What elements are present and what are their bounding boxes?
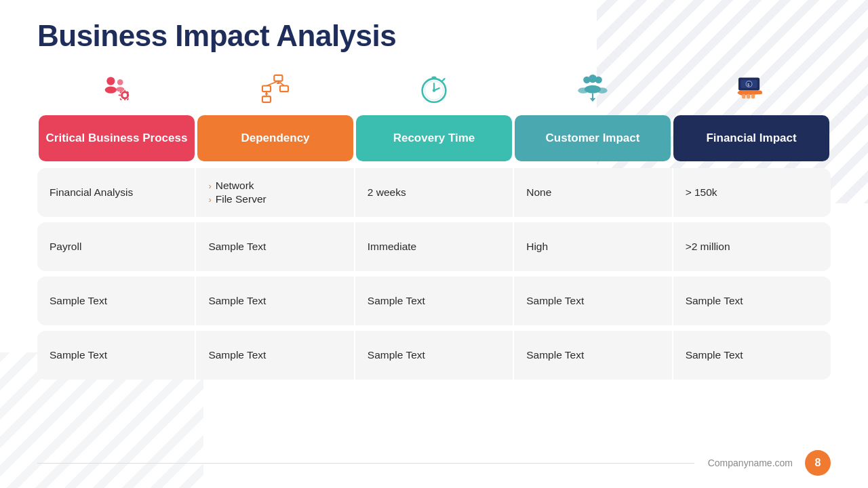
financial-icon: $ — [734, 70, 769, 106]
svg-line-18 — [267, 81, 278, 86]
svg-rect-9 — [127, 95, 129, 96]
page-number: 8 — [805, 450, 831, 476]
process-icon — [99, 70, 134, 106]
table-row: Payroll Sample Text Immediate High >2 mi… — [37, 222, 831, 271]
row3-customer: Sample Text — [514, 277, 673, 325]
row1-process: Financial Analysis — [37, 168, 196, 217]
row4-customer: Sample Text — [514, 331, 673, 380]
financial-icon-cell: $ — [672, 68, 831, 108]
row2-dependency: Sample Text — [196, 222, 355, 271]
svg-point-33 — [589, 75, 597, 83]
table-row: Sample Text Sample Text Sample Text Samp… — [37, 277, 831, 325]
process-icon-cell — [37, 68, 196, 108]
customer-icon — [575, 70, 610, 106]
svg-rect-7 — [124, 98, 125, 100]
bia-table: Critical Business Process Dependency Rec… — [37, 115, 831, 380]
svg-rect-8 — [119, 95, 121, 96]
row1-financial: > 150k — [673, 168, 831, 217]
row2-process: Payroll — [37, 222, 196, 271]
svg-point-27 — [433, 89, 435, 92]
footer-divider — [37, 463, 694, 464]
arrow-icon: › — [208, 181, 211, 191]
header-financial: Financial Impact — [673, 115, 829, 161]
svg-point-0 — [106, 77, 115, 85]
svg-rect-17 — [262, 96, 271, 102]
arrow-icon: › — [208, 195, 211, 205]
row2-customer: High — [514, 222, 673, 271]
row1-dependency: › Network › File Server — [196, 168, 355, 217]
dependency-icon — [258, 70, 293, 106]
table-row: Financial Analysis › Network › File Serv… — [37, 168, 831, 217]
row1-recovery: 2 weeks — [355, 168, 514, 217]
row2-financial: >2 million — [673, 222, 831, 271]
page-title: Business Impact Analysis — [37, 19, 831, 53]
svg-rect-6 — [124, 90, 125, 92]
row2-recovery: Immediate — [355, 222, 514, 271]
svg-point-3 — [116, 87, 124, 92]
svg-rect-16 — [280, 86, 288, 92]
svg-rect-15 — [262, 86, 271, 92]
table-row: Sample Text Sample Text Sample Text Samp… — [37, 331, 831, 380]
company-name: Companyname.com — [708, 458, 793, 468]
header-recovery: Recovery Time — [356, 115, 512, 161]
svg-rect-43 — [742, 94, 745, 99]
footer: Companyname.com 8 — [0, 450, 868, 476]
svg-point-35 — [578, 87, 589, 94]
row4-financial: Sample Text — [673, 331, 831, 380]
row4-process: Sample Text — [37, 331, 196, 380]
icons-row: $ — [37, 68, 831, 108]
row4-recovery: Sample Text — [355, 331, 514, 380]
row4-dependency: Sample Text — [196, 331, 355, 380]
svg-rect-44 — [747, 94, 750, 99]
svg-marker-38 — [590, 98, 596, 102]
header-dependency: Dependency — [197, 115, 353, 161]
header-row: Critical Business Process Dependency Rec… — [37, 115, 831, 161]
svg-rect-14 — [274, 75, 282, 81]
data-rows: Financial Analysis › Network › File Serv… — [37, 168, 831, 380]
dependency-icon-cell — [196, 68, 355, 108]
svg-point-36 — [597, 87, 608, 94]
row3-financial: Sample Text — [673, 277, 831, 325]
recovery-icon — [416, 70, 452, 106]
row1-customer: None — [514, 168, 673, 217]
recovery-icon-cell — [355, 68, 513, 108]
svg-point-1 — [105, 86, 117, 93]
row3-dependency: Sample Text — [196, 277, 355, 325]
row3-recovery: Sample Text — [355, 277, 514, 325]
svg-point-5 — [123, 93, 127, 97]
svg-line-30 — [442, 79, 444, 81]
row3-process: Sample Text — [37, 277, 196, 325]
customer-icon-cell — [513, 68, 672, 108]
svg-rect-45 — [751, 94, 755, 99]
svg-point-2 — [117, 79, 123, 85]
svg-rect-12 — [119, 98, 122, 101]
header-customer: Customer Impact — [515, 115, 671, 161]
header-process: Critical Business Process — [39, 115, 195, 161]
